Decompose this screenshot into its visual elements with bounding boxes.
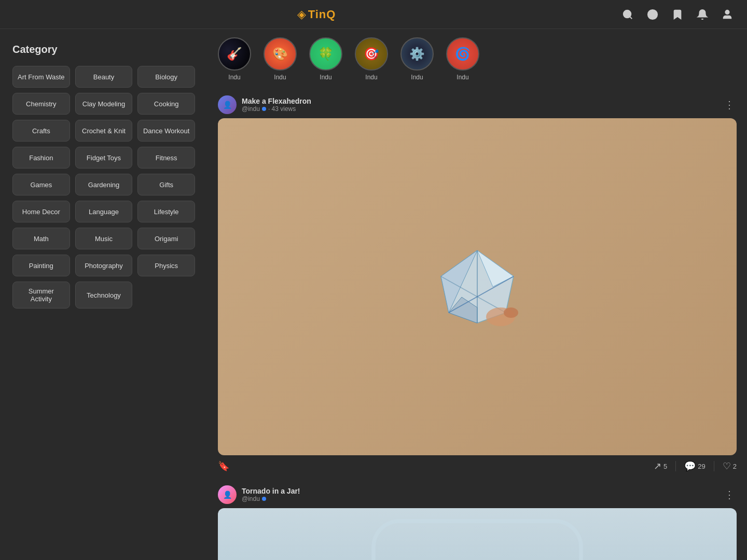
- category-btn-chemistry[interactable]: Chemistry: [12, 93, 70, 115]
- posts-container: 👤 Make a Flexahedron @indu · 43 views ⋮: [218, 91, 737, 560]
- svg-rect-15: [374, 521, 581, 560]
- story-label-0: Indu: [228, 74, 240, 81]
- category-btn-gardening[interactable]: Gardening: [75, 174, 133, 195]
- post-handle: @indu: [242, 495, 260, 502]
- share-count: 5: [663, 463, 667, 470]
- comment-action[interactable]: 💬 29: [684, 460, 705, 472]
- category-btn-art-from-waste[interactable]: Art From Waste: [12, 66, 70, 88]
- category-btn-dance-workout[interactable]: Dance Workout: [137, 120, 195, 142]
- comment-icon: 💬: [684, 460, 696, 472]
- profile-icon[interactable]: [720, 7, 735, 22]
- post-card-post-2: 👤 Tornado in a Jar! @indu ⋮: [218, 481, 737, 560]
- logo-icon: ◈: [297, 8, 306, 21]
- category-btn-lifestyle[interactable]: Lifestyle: [137, 201, 195, 222]
- post-meta: Tornado in a Jar! @indu: [242, 487, 722, 502]
- post-image-tornado: [218, 508, 737, 560]
- svg-line-1: [630, 17, 632, 19]
- post-more-button[interactable]: ⋮: [722, 486, 737, 503]
- post-title: Tornado in a Jar!: [242, 487, 722, 495]
- story-item-2[interactable]: 🍀 Indu: [309, 37, 342, 81]
- search-icon[interactable]: [620, 7, 635, 22]
- category-btn-beauty[interactable]: Beauty: [75, 66, 133, 88]
- svg-point-5: [725, 10, 729, 13]
- post-header: 👤 Tornado in a Jar! @indu ⋮: [218, 481, 737, 508]
- category-btn-language[interactable]: Language: [75, 201, 133, 222]
- category-btn-origami[interactable]: Origami: [137, 228, 195, 249]
- category-btn-fashion[interactable]: Fashion: [12, 147, 70, 169]
- add-icon[interactable]: [645, 7, 660, 22]
- post-more-button[interactable]: ⋮: [722, 96, 737, 113]
- post-avatar: 👤: [218, 485, 237, 504]
- post-meta: Make a Flexahedron @indu · 43 views: [242, 97, 722, 113]
- story-label-5: Indu: [457, 74, 468, 81]
- category-btn-summer-activity[interactable]: Summer Activity: [12, 282, 70, 309]
- category-btn-physics[interactable]: Physics: [137, 255, 195, 276]
- category-title: Category: [12, 44, 195, 55]
- story-avatar-2: 🍀: [309, 37, 342, 71]
- story-label-2: Indu: [320, 74, 331, 81]
- story-item-0[interactable]: 🎸 Indu: [218, 37, 251, 81]
- story-item-3[interactable]: 🎯 Indu: [355, 37, 388, 81]
- category-btn-music[interactable]: Music: [75, 228, 133, 249]
- story-avatar-1: 🎨: [264, 37, 297, 71]
- story-avatar-0: 🎸: [218, 37, 251, 71]
- main-layout: Category Art From WasteBeautyBiologyChem…: [0, 29, 747, 560]
- divider2: [714, 461, 714, 471]
- story-label-3: Indu: [365, 74, 377, 81]
- verified-badge: [262, 497, 266, 501]
- post-image-flexahedron: [218, 118, 737, 455]
- content-feed: 🎸 Indu 🎨 Indu 🍀 Indu 🎯 Indu ⚙️ Indu 🌀 In…: [208, 29, 747, 560]
- post-header: 👤 Make a Flexahedron @indu · 43 views ⋮: [218, 91, 737, 118]
- post-user: @indu · 43 views: [242, 105, 722, 113]
- post-actions: 🔖 ↗ 5 💬 29 ♡ 2: [218, 455, 737, 477]
- svg-point-0: [624, 10, 631, 18]
- category-btn-clay-modeling[interactable]: Clay Modeling: [75, 93, 133, 115]
- comment-count: 29: [698, 463, 705, 470]
- story-item-5[interactable]: 🌀 Indu: [446, 37, 479, 81]
- category-btn-biology[interactable]: Biology: [137, 66, 195, 88]
- post-title: Make a Flexahedron: [242, 97, 722, 105]
- share-icon: ↗: [654, 460, 661, 472]
- logo: ◈ TinQ: [297, 8, 336, 21]
- category-btn-crochet-knit[interactable]: Crochet & Knit: [75, 120, 133, 142]
- category-btn-technology[interactable]: Technology: [75, 282, 133, 309]
- bookmark-button[interactable]: 🔖: [218, 460, 229, 472]
- category-grid: Art From WasteBeautyBiologyChemistryClay…: [12, 66, 195, 309]
- notifications-icon[interactable]: [695, 7, 710, 22]
- post-views: · 43 views: [268, 105, 296, 113]
- logo-text: TinQ: [308, 8, 336, 21]
- like-count: 2: [733, 463, 737, 470]
- header-actions: [620, 7, 735, 22]
- header: ◈ TinQ: [0, 0, 747, 29]
- post-card-post-1: 👤 Make a Flexahedron @indu · 43 views ⋮: [218, 91, 737, 477]
- share-action[interactable]: ↗ 5: [654, 460, 667, 472]
- story-item-4[interactable]: ⚙️ Indu: [400, 37, 434, 81]
- category-btn-games[interactable]: Games: [12, 174, 70, 195]
- story-item-1[interactable]: 🎨 Indu: [264, 37, 297, 81]
- story-avatar-4: ⚙️: [400, 37, 434, 71]
- verified-badge: [262, 107, 266, 111]
- sidebar: Category Art From WasteBeautyBiologyChem…: [0, 29, 208, 560]
- story-avatar-3: 🎯: [355, 37, 388, 71]
- category-btn-crafts[interactable]: Crafts: [12, 120, 70, 142]
- post-user: @indu: [242, 495, 722, 502]
- post-avatar: 👤: [218, 95, 237, 114]
- post-image-container: [218, 508, 737, 560]
- like-action[interactable]: ♡ 2: [723, 460, 737, 472]
- story-avatar-5: 🌀: [446, 37, 479, 71]
- svg-point-14: [504, 307, 518, 318]
- category-btn-fidget-toys[interactable]: Fidget Toys: [75, 147, 133, 169]
- category-btn-math[interactable]: Math: [12, 228, 70, 249]
- category-btn-home-decor[interactable]: Home Decor: [12, 201, 70, 222]
- heart-icon[interactable]: ♡: [723, 460, 731, 472]
- story-label-1: Indu: [274, 74, 286, 81]
- category-btn-fitness[interactable]: Fitness: [137, 147, 195, 169]
- stories-row: 🎸 Indu 🎨 Indu 🍀 Indu 🎯 Indu ⚙️ Indu 🌀 In…: [218, 29, 737, 91]
- category-btn-photography[interactable]: Photography: [75, 255, 133, 276]
- bookmark-icon[interactable]: [670, 7, 685, 22]
- divider: [675, 461, 676, 471]
- category-btn-gifts[interactable]: Gifts: [137, 174, 195, 195]
- category-btn-painting[interactable]: Painting: [12, 255, 70, 276]
- story-label-4: Indu: [411, 74, 423, 81]
- category-btn-cooking[interactable]: Cooking: [137, 93, 195, 115]
